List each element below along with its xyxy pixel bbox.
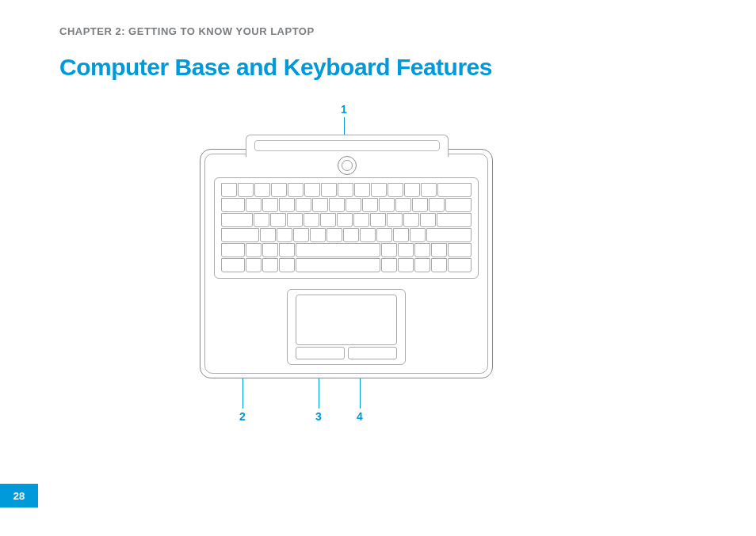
touchpad — [296, 295, 397, 345]
kb-row — [221, 243, 472, 257]
hinge-inner — [254, 140, 440, 151]
power-button-icon — [338, 156, 357, 175]
laptop-diagram: 1 2 3 4 — [190, 103, 523, 428]
callout-1: 1 — [341, 103, 347, 116]
kb-row — [221, 258, 472, 272]
page-title: Computer Base and Keyboard Features — [59, 54, 492, 81]
kb-row — [221, 183, 472, 197]
laptop-illustration — [190, 135, 502, 378]
kb-row — [221, 213, 472, 227]
touchpad-right-button — [348, 347, 397, 359]
callout-3: 3 — [315, 410, 322, 423]
callout-2: 2 — [239, 410, 246, 423]
touchpad-left-button — [296, 347, 345, 359]
page-number: 28 — [0, 484, 38, 507]
hinge — [246, 135, 449, 157]
touchpad-area — [287, 289, 406, 365]
kb-row — [221, 198, 472, 212]
callout-4: 4 — [357, 410, 363, 423]
touchpad-buttons — [296, 347, 397, 359]
keyboard-rows — [221, 183, 472, 273]
keyboard — [214, 177, 479, 279]
chapter-label: CHAPTER 2: GETTING TO KNOW YOUR LAPTOP — [59, 25, 315, 37]
kb-row — [221, 228, 472, 242]
